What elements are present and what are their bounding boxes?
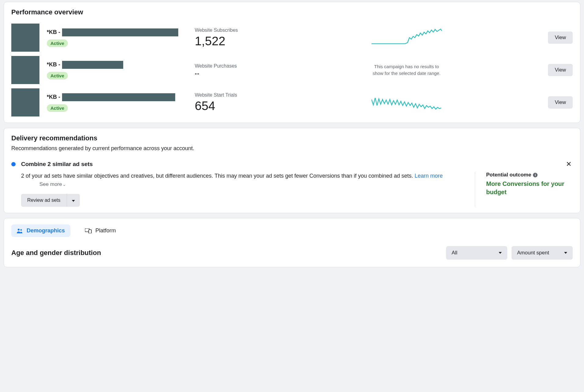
metric-value: 654 — [195, 99, 265, 113]
recommendation-title: Combine 2 similar ad sets — [21, 161, 565, 168]
distribution-title: Age and gender distribution — [11, 249, 101, 257]
svg-point-0 — [18, 229, 20, 231]
performance-overview-card: Performance overview *KB - Active Websit… — [4, 2, 580, 123]
recommendation-description: 2 of your ad sets have similar objective… — [21, 172, 463, 188]
status-badge: Active — [47, 72, 68, 80]
close-icon[interactable]: ✕ — [565, 160, 573, 168]
learn-more-link[interactable]: Learn more — [415, 173, 443, 179]
campaign-thumbnail — [11, 88, 39, 116]
view-button[interactable]: View — [548, 64, 573, 76]
potential-outcome-value: More Conversions for your budget — [486, 180, 573, 196]
breakdown-tabs: Demographics Platform — [11, 224, 573, 237]
bullet-dot-icon — [11, 162, 16, 166]
delivery-recommendations-title: Delivery recommendations — [11, 134, 573, 142]
devices-icon — [85, 228, 92, 233]
performance-overview-title: Performance overview — [11, 8, 573, 16]
people-icon — [17, 228, 23, 233]
delivery-recommendations-subtitle: Recommendations generated by current per… — [11, 145, 573, 152]
caret-down-icon — [499, 252, 502, 254]
campaign-row: *KB - Active Website Purchases -- This c… — [11, 56, 573, 84]
no-results-message: This campaign has no results to show for… — [371, 63, 442, 77]
metric-value: -- — [195, 70, 265, 77]
caret-down-icon — [564, 252, 567, 254]
campaign-name-redacted — [62, 28, 178, 36]
campaign-row: *KB - Active Website Subscribes 1,522 Vi… — [11, 24, 573, 52]
metric-filter-value: Amount spent — [517, 250, 549, 256]
status-badge: Active — [47, 39, 68, 47]
campaign-row: *KB - Active Website Start Trials 654 Vi… — [11, 88, 573, 116]
sparkline-chart — [272, 28, 541, 47]
svg-point-1 — [20, 229, 22, 231]
caret-down-icon — [72, 200, 75, 202]
view-button[interactable]: View — [548, 31, 573, 44]
sparkline-chart — [272, 93, 541, 112]
campaign-thumbnail — [11, 56, 39, 84]
tab-demographics[interactable]: Demographics — [11, 224, 70, 237]
delivery-recommendations-card: Delivery recommendations Recommendations… — [4, 128, 580, 213]
metric-value: 1,522 — [195, 34, 265, 48]
tab-demographics-label: Demographics — [27, 227, 65, 234]
campaign-name-prefix: *KB - — [47, 94, 60, 100]
metric-label: Website Subscribes — [195, 28, 265, 33]
view-button[interactable]: View — [548, 96, 573, 109]
potential-outcome-label: Potential outcome i — [486, 172, 573, 178]
metric-filter-select[interactable]: Amount spent — [512, 246, 573, 260]
svg-rect-3 — [89, 230, 91, 233]
campaign-name-prefix: *KB - — [47, 61, 60, 68]
see-more-toggle[interactable]: See more⌄ — [39, 181, 66, 187]
campaign-name-redacted — [62, 93, 175, 101]
chevron-down-icon: ⌄ — [63, 183, 66, 187]
review-ad-sets-button[interactable]: Review ad sets — [21, 194, 67, 207]
tab-platform[interactable]: Platform — [79, 224, 121, 237]
audience-filter-value: All — [452, 250, 457, 256]
breakdown-card: Demographics Platform Age and gender dis… — [4, 218, 580, 267]
metric-label: Website Purchases — [195, 63, 265, 69]
recommendation-item: Combine 2 similar ad sets ✕ 2 of your ad… — [11, 160, 573, 207]
campaign-thumbnail — [11, 24, 39, 52]
info-icon[interactable]: i — [533, 173, 538, 177]
tab-platform-label: Platform — [95, 227, 116, 234]
review-ad-sets-dropdown[interactable] — [67, 194, 80, 207]
audience-filter-select[interactable]: All — [446, 246, 507, 260]
metric-label: Website Start Trials — [195, 92, 265, 98]
campaign-name-redacted — [62, 61, 123, 69]
status-badge: Active — [47, 104, 68, 112]
campaign-name-prefix: *KB - — [47, 29, 60, 35]
